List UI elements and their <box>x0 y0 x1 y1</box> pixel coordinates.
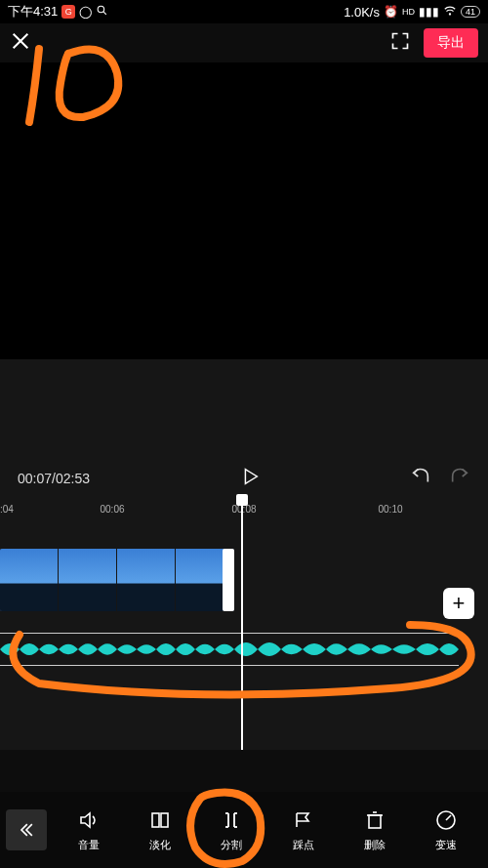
ruler-tick: 00:06 <box>100 504 124 515</box>
total-time: 02:53 <box>56 471 90 486</box>
tool-speed[interactable]: 变速 <box>434 808 458 852</box>
tool-volume[interactable]: 音量 <box>77 808 101 852</box>
net-speed: 1.0K/s <box>344 5 380 20</box>
search-icon <box>96 4 108 20</box>
bottom-toolbar: 音量 淡化 分割 踩点 删除 变速 <box>0 792 488 868</box>
redo-button[interactable] <box>449 466 470 491</box>
video-track: 片尾 + <box>0 549 488 611</box>
tool-label: 淡化 <box>149 838 171 852</box>
undo-redo-group <box>410 466 470 491</box>
time-ruler[interactable]: :04 00:06 00:08 00:10 <box>0 500 488 525</box>
svg-rect-9 <box>161 813 168 827</box>
ruler-tick: 00:08 <box>231 504 256 515</box>
svg-point-0 <box>98 6 104 13</box>
wifi-icon <box>443 4 457 21</box>
tool-fade[interactable]: 淡化 <box>148 808 172 852</box>
tool-label: 变速 <box>435 838 457 852</box>
clip-thumb <box>117 549 176 611</box>
timeline[interactable]: 片尾 + <box>0 525 488 750</box>
audio-track[interactable] <box>0 633 459 666</box>
signal-icon: ▮▮▮ <box>419 5 439 19</box>
video-preview[interactable] <box>0 62 488 359</box>
clip-thumb <box>0 549 59 611</box>
svg-rect-10 <box>369 815 381 828</box>
location-icon: ◯ <box>79 5 92 19</box>
hd-icon: HD <box>402 7 415 17</box>
app-icon: G <box>61 5 75 19</box>
clip-thumb <box>59 549 117 611</box>
play-button[interactable] <box>239 466 261 491</box>
svg-marker-5 <box>245 470 257 484</box>
tool-label: 删除 <box>364 838 386 852</box>
undo-button[interactable] <box>410 466 431 491</box>
tool-split[interactable]: 分割 <box>220 808 243 852</box>
fullscreen-icon[interactable] <box>390 31 410 55</box>
status-bar: 下午4:31 G ◯ 1.0K/s ⏰ HD ▮▮▮ 41 <box>0 0 488 23</box>
svg-line-1 <box>103 12 106 15</box>
tool-delete[interactable]: 删除 <box>363 808 386 852</box>
playhead[interactable] <box>241 500 243 750</box>
clip-handle[interactable] <box>223 549 234 611</box>
time-display: 00:07/02:53 <box>18 471 90 486</box>
tool-label: 踩点 <box>293 838 314 852</box>
svg-rect-8 <box>152 813 159 827</box>
tool-beat[interactable]: 踩点 <box>292 808 315 852</box>
svg-point-2 <box>449 13 450 14</box>
ruler-tick: :04 <box>0 504 14 515</box>
playback-bar: 00:07/02:53 <box>0 457 488 500</box>
preview-gap <box>0 359 488 457</box>
tool-label: 音量 <box>78 838 100 852</box>
video-clip[interactable]: 片尾 <box>0 549 234 611</box>
current-time: 00:07 <box>18 471 52 486</box>
ruler-tick: 00:10 <box>378 504 402 515</box>
status-time: 下午4:31 <box>8 3 58 21</box>
battery-icon: 41 <box>461 6 480 18</box>
editor-header: 导出 <box>0 23 488 62</box>
close-button[interactable] <box>10 30 31 56</box>
svg-marker-7 <box>81 813 90 827</box>
alarm-icon: ⏰ <box>384 5 398 19</box>
toolbar-back-button[interactable] <box>6 809 47 850</box>
tool-label: 分割 <box>221 838 242 852</box>
add-clip-button[interactable]: + <box>443 588 474 619</box>
export-button[interactable]: 导出 <box>424 28 478 58</box>
